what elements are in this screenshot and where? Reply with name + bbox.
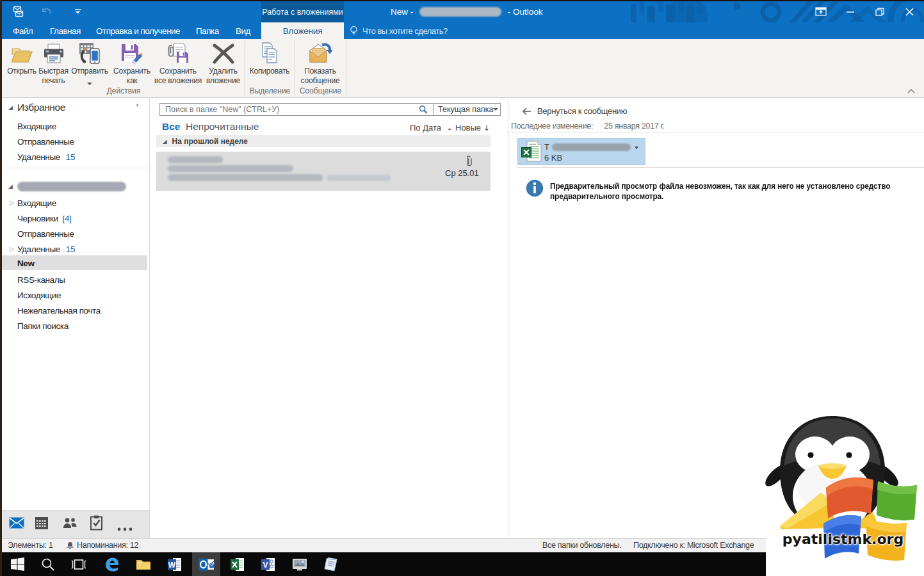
- sidebar-item-rss[interactable]: RSS-каналы: [0, 273, 149, 287]
- sidebar-item-inbox[interactable]: ▷ Входящие: [0, 196, 149, 210]
- expand-triangle-icon[interactable]: ▷: [10, 200, 14, 206]
- restore-button[interactable]: [870, 3, 889, 20]
- sidebar-item-outbox[interactable]: Исходящие: [0, 288, 149, 302]
- folder-label: New: [17, 259, 35, 268]
- tasks-icon: [90, 515, 102, 531]
- reminders-icon: [66, 541, 74, 550]
- ribbon-display-options-button[interactable]: [811, 3, 831, 20]
- tell-me-label: Что вы хотите сделать?: [362, 26, 448, 36]
- back-to-message-link[interactable]: Вернуться к сообщению: [522, 106, 627, 116]
- tell-me-box[interactable]: Что вы хотите сделать?: [350, 22, 448, 39]
- message-list-item[interactable]: Ср 25.01: [156, 152, 490, 191]
- sidebar-item-search-folders[interactable]: Папки поиска: [0, 319, 149, 333]
- expand-triangle-icon[interactable]: ▷: [10, 246, 14, 252]
- nav-more-button[interactable]: [117, 522, 133, 534]
- quick-access-undo-button[interactable]: [38, 4, 54, 19]
- folder-label: Отправленные: [17, 229, 74, 239]
- collapse-triangle-icon[interactable]: ◢: [8, 183, 13, 189]
- sidebar-item-sent[interactable]: Отправленные: [0, 227, 149, 241]
- tab-send-receive[interactable]: Отправка и получение: [96, 22, 180, 39]
- attachment-name-redacted: [552, 143, 631, 151]
- folder-count: [4]: [63, 214, 72, 223]
- tab-file-label: Файл: [13, 26, 33, 36]
- tab-home[interactable]: Главная: [50, 22, 81, 39]
- save-all-attachments-button-label: Сохранитьвсе вложения: [154, 67, 202, 85]
- tab-folder[interactable]: Папка: [196, 22, 219, 39]
- modified-row: Последнее изменение: 25 января 2017 г.: [511, 122, 665, 131]
- taskbar-explorer-button[interactable]: [129, 552, 158, 576]
- window-border-left: [0, 0, 2, 576]
- sort-order-toggle[interactable]: Новые ↓: [455, 123, 490, 132]
- search-scope-label: Текущая папка: [434, 105, 493, 114]
- taskbar-outlook-button-active[interactable]: [192, 552, 220, 576]
- attachment-dropdown-caret-icon[interactable]: [635, 147, 638, 149]
- filter-all-tab[interactable]: Все: [162, 121, 180, 132]
- sidebar-item-favorites-sent[interactable]: Отправленные: [0, 134, 149, 148]
- quick-access-send-receive-button[interactable]: [10, 4, 26, 19]
- search-icon[interactable]: [419, 105, 428, 114]
- copy-button-label: Копировать: [250, 67, 290, 76]
- taskbar-visio-button[interactable]: V: [254, 552, 282, 576]
- nav-calendar-button[interactable]: [35, 517, 48, 532]
- quick-access-customize-button[interactable]: [70, 4, 86, 19]
- horizontal-divider: [508, 132, 924, 133]
- sidebar-item-favorites-deleted[interactable]: Удаленные 15: [0, 150, 149, 164]
- sidebar-item-deleted[interactable]: ▷ Удаленные 15: [0, 242, 149, 256]
- nav-tasks-button[interactable]: [90, 515, 102, 533]
- file-explorer-icon: [136, 558, 151, 571]
- copy-icon: [259, 40, 280, 64]
- filter-row: Все Непрочитанные По Дата Новые ↓: [150, 119, 508, 134]
- taskbar-notes-button[interactable]: [317, 552, 345, 576]
- sort-by-dropdown[interactable]: По Дата: [410, 123, 451, 132]
- svg-text:W: W: [168, 561, 176, 570]
- restore-icon: [875, 8, 884, 16]
- ribbon-group-selection-label: Выделение: [245, 86, 295, 95]
- taskbar-photos-button[interactable]: [286, 552, 314, 576]
- sidebar-account-header[interactable]: ◢: [0, 179, 149, 193]
- photos-icon: [292, 557, 307, 572]
- sidebar-item-new-selected[interactable]: New: [0, 256, 149, 270]
- folder-label: Черновики: [17, 214, 58, 223]
- tab-file[interactable]: Файл: [13, 22, 33, 39]
- tab-attachments-active[interactable]: Вложения: [261, 22, 344, 39]
- window-title-prefix: New -: [391, 7, 416, 17]
- group-header-label: На прошлой неделе: [172, 137, 248, 146]
- status-reminders[interactable]: Напоминания: 12: [77, 541, 138, 550]
- open-folder-icon: [11, 40, 33, 64]
- info-icon: [526, 179, 544, 197]
- tab-view[interactable]: Вид: [236, 22, 250, 39]
- collapse-triangle-icon[interactable]: ◢: [8, 104, 13, 111]
- search-input[interactable]: Поиск в папке "New" (CTRL+У): [160, 105, 419, 114]
- favorites-header[interactable]: ◢ Избранное: [0, 100, 149, 115]
- filter-unread-tab[interactable]: Непрочитанные: [186, 121, 259, 132]
- collapse-ribbon-chevron-icon[interactable]: [907, 88, 916, 94]
- sidebar-item-drafts[interactable]: Черновики [4]: [0, 211, 149, 225]
- minimize-button[interactable]: [841, 3, 860, 20]
- send-dropdown-caret-icon: [87, 83, 92, 85]
- nav-people-button[interactable]: [63, 518, 77, 531]
- taskbar-edge-button[interactable]: [98, 552, 126, 576]
- scope-caret-icon: [493, 108, 498, 111]
- send-button-label: Отправить: [71, 67, 108, 87]
- taskbar-word-button[interactable]: W: [161, 552, 189, 576]
- nav-mail-button[interactable]: [9, 517, 24, 531]
- taskbar-search-button[interactable]: [34, 552, 62, 576]
- watermark-text: pyatilistmk.org: [762, 531, 924, 547]
- window-title-suffix: - Outlook: [505, 7, 543, 17]
- start-button[interactable]: [3, 552, 31, 576]
- taskbar-excel-button[interactable]: [223, 552, 252, 576]
- send-receive-icon: [12, 6, 24, 17]
- mail-icon: [9, 517, 24, 529]
- show-message-icon: [308, 40, 332, 64]
- sidebar-item-favorites-inbox[interactable]: Входящие: [0, 119, 149, 133]
- task-view-button[interactable]: [65, 552, 93, 576]
- sidebar-item-junk[interactable]: Нежелательная почта: [0, 303, 149, 317]
- search-scope-dropdown[interactable]: Текущая папка: [434, 105, 500, 114]
- save-as-button-label: Сохранитькак: [113, 67, 150, 85]
- undo-icon: [40, 6, 52, 17]
- message-group-header[interactable]: ◢ На прошлой неделе: [156, 135, 490, 147]
- folder-label: Удаленные: [17, 244, 60, 254]
- attachment-chip[interactable]: Т 6 KB: [517, 138, 645, 165]
- sort-caret-icon: [448, 129, 451, 131]
- close-button[interactable]: [900, 3, 919, 20]
